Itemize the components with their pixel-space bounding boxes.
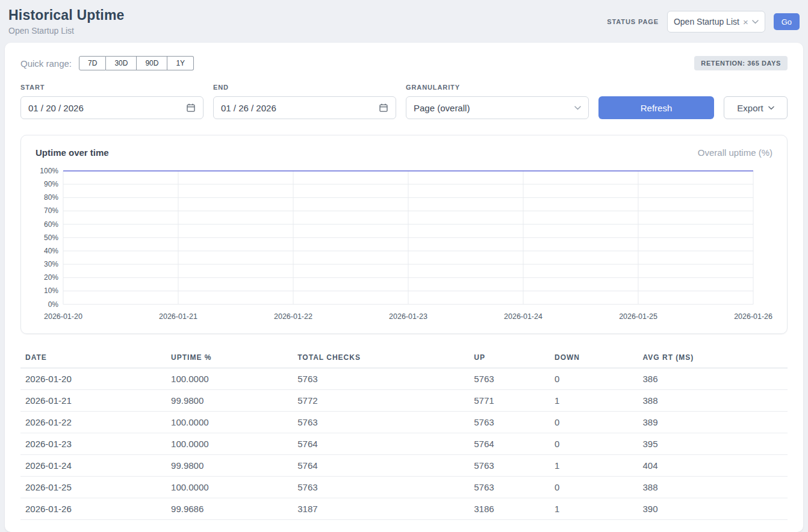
cell-down: 0	[550, 433, 638, 454]
cell-total-checks: 5772	[293, 389, 469, 411]
title-block: Historical Uptime Open Startup List	[8, 7, 125, 36]
cell-down: 0	[550, 411, 638, 433]
cell-total-checks: 5764	[293, 433, 469, 454]
cell-uptime: 100.0000	[166, 476, 293, 498]
quick-range-30d[interactable]: 30D	[106, 56, 137, 70]
table-row: 2026-01-25100.0000576357630388	[20, 476, 788, 498]
end-date-label: END	[213, 84, 396, 91]
x-axis-label: 2026-01-20	[44, 312, 82, 321]
calendar-icon[interactable]	[379, 103, 388, 113]
clear-selection-icon[interactable]: ×	[743, 17, 748, 26]
y-axis-label: 70%	[44, 206, 58, 215]
granularity-select[interactable]: Page (overall)	[406, 96, 589, 119]
header-controls: STATUS PAGE Open Startup List × Go	[607, 11, 800, 32]
cell-total-checks: 5764	[293, 454, 469, 476]
export-button[interactable]: Export	[724, 96, 788, 119]
quick-range-1y[interactable]: 1Y	[167, 56, 194, 70]
table-row: 2026-01-22100.0000576357630389	[20, 411, 788, 433]
col-header-date: DATE	[20, 347, 166, 368]
start-date-field: START 01 / 20 / 2026	[20, 84, 204, 119]
quick-range-row: Quick range: 7D30D90D1Y RETENTION: 365 D…	[20, 56, 788, 70]
cell-down: 1	[550, 454, 638, 476]
page-header: Historical Uptime Open Startup List STAT…	[5, 6, 803, 43]
refresh-button[interactable]: Refresh	[598, 96, 714, 119]
go-button[interactable]: Go	[774, 13, 800, 30]
col-header-total-checks: TOTAL CHECKS	[293, 347, 469, 368]
status-page-select-value: Open Startup List	[674, 17, 739, 26]
x-axis-label: 2026-01-22	[274, 312, 312, 321]
y-axis-label: 90%	[44, 180, 58, 188]
cell-up: 5763	[469, 454, 550, 476]
cell-uptime: 100.0000	[166, 433, 293, 454]
col-header-up: UP	[469, 347, 550, 368]
cell-total-checks: 5763	[293, 476, 469, 498]
granularity-field: GRANULARITY Page (overall)	[406, 84, 589, 119]
cell-date: 2026-01-21	[20, 389, 166, 411]
cell-uptime: 99.9686	[166, 498, 293, 519]
cell-up: 5763	[469, 476, 550, 498]
chart-legend: Overall uptime (%)	[698, 147, 772, 158]
uptime-chart-svg: 0%10%20%30%40%50%60%70%80%90%100%2026-01…	[36, 166, 772, 326]
export-button-label: Export	[737, 103, 763, 113]
cell-uptime: 100.0000	[166, 368, 293, 389]
y-axis-label: 20%	[44, 273, 58, 282]
cell-down: 1	[550, 389, 638, 411]
col-header-uptime: UPTIME %	[166, 347, 293, 368]
page-subtitle: Open Startup List	[8, 26, 125, 36]
y-axis-label: 10%	[44, 286, 58, 295]
cell-date: 2026-01-25	[20, 476, 166, 498]
cell-down: 0	[550, 476, 638, 498]
cell-up: 5763	[469, 411, 550, 433]
cell-avg-rt-ms: 390	[638, 498, 788, 519]
y-axis-label: 30%	[44, 260, 58, 268]
cell-total-checks: 5763	[293, 411, 469, 433]
cell-total-checks: 5763	[293, 368, 469, 389]
main-panel: Quick range: 7D30D90D1Y RETENTION: 365 D…	[5, 43, 803, 532]
cell-up: 3186	[469, 498, 550, 519]
y-axis-label: 40%	[44, 247, 58, 255]
page-title: Historical Uptime	[8, 7, 125, 23]
cell-up: 5763	[469, 368, 550, 389]
cell-uptime: 99.9800	[166, 454, 293, 476]
cell-avg-rt-ms: 404	[638, 454, 788, 476]
cell-date: 2026-01-20	[20, 368, 166, 389]
chevron-down-icon	[574, 106, 581, 110]
cell-up: 5764	[469, 433, 550, 454]
cell-down: 0	[550, 368, 638, 389]
x-axis-label: 2026-01-26	[734, 312, 772, 321]
calendar-icon[interactable]	[186, 103, 196, 113]
cell-date: 2026-01-24	[20, 454, 166, 476]
uptime-table: DATEUPTIME %TOTAL CHECKSUPDOWNAVG RT (MS…	[20, 347, 788, 520]
table-row: 2026-01-20100.0000576357630386	[20, 368, 788, 389]
cell-avg-rt-ms: 389	[638, 411, 788, 433]
cell-date: 2026-01-26	[20, 498, 166, 519]
y-axis-label: 100%	[40, 167, 58, 175]
table-header-row: DATEUPTIME %TOTAL CHECKSUPDOWNAVG RT (MS…	[20, 347, 788, 368]
cell-avg-rt-ms: 388	[638, 476, 788, 498]
end-date-value: 01 / 26 / 2026	[221, 103, 276, 113]
uptime-chart: 0%10%20%30%40%50%60%70%80%90%100%2026-01…	[36, 166, 772, 326]
quick-range-90d[interactable]: 90D	[137, 56, 167, 70]
chart-card: Uptime over time Overall uptime (%) 0%10…	[20, 135, 788, 334]
quick-range-label: Quick range:	[20, 58, 72, 69]
chart-title: Uptime over time	[36, 147, 109, 158]
chevron-down-icon	[768, 106, 774, 110]
col-header-down: DOWN	[550, 347, 638, 368]
cell-date: 2026-01-22	[20, 411, 166, 433]
cell-avg-rt-ms: 386	[638, 368, 788, 389]
end-date-input[interactable]: 01 / 26 / 2026	[213, 96, 396, 119]
quick-range-7d[interactable]: 7D	[79, 56, 106, 70]
table-row: 2026-01-23100.0000576457640395	[20, 433, 788, 454]
retention-badge: RETENTION: 365 DAYS	[694, 56, 788, 70]
end-date-field: END 01 / 26 / 2026	[213, 84, 396, 119]
start-date-label: START	[20, 84, 204, 91]
cell-up: 5771	[469, 389, 550, 411]
granularity-select-value: Page (overall)	[414, 103, 470, 113]
x-axis-label: 2026-01-25	[619, 312, 657, 321]
status-page-select[interactable]: Open Startup List ×	[667, 11, 765, 32]
col-header-avg-rt-ms: AVG RT (MS)	[638, 347, 788, 368]
cell-uptime: 100.0000	[166, 411, 293, 433]
y-axis-label: 80%	[44, 193, 58, 202]
start-date-input[interactable]: 01 / 20 / 2026	[20, 96, 204, 119]
x-axis-label: 2026-01-23	[389, 312, 427, 321]
